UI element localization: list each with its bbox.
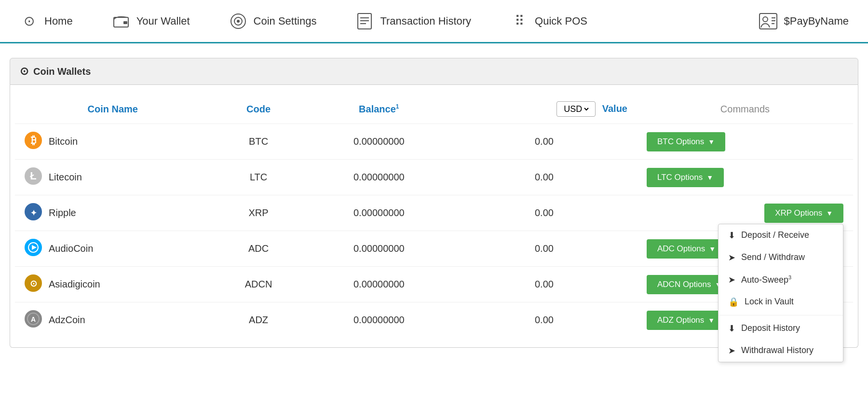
nav-home[interactable]: ⊙ Home	[19, 12, 73, 31]
table-row: ŁLitecoinLTC0.000000000.00LTC Options ▼	[15, 160, 853, 195]
coin-value-cell: 0.00	[451, 124, 637, 160]
withdrawal-history-icon: ➤	[728, 345, 735, 356]
dropdown-item-deposit-history[interactable]: ⬇Deposit History	[719, 317, 843, 340]
dropdown-item-send-withdraw[interactable]: ➤Send / Withdraw	[719, 246, 843, 269]
coin-name-label: AdzCoin	[49, 314, 85, 326]
col-coin-name: Coin Name	[15, 95, 210, 124]
coin-balance-cell: 0.00000000	[307, 160, 451, 195]
coin-name-cell: AAdzCoin	[15, 302, 210, 338]
ltc-options-button[interactable]: LTC Options ▼	[647, 168, 724, 187]
send-withdraw-icon: ➤	[728, 252, 735, 263]
svg-point-10	[763, 17, 768, 22]
nav-home-label: Home	[44, 15, 73, 27]
coin-name-label: Ripple	[49, 207, 76, 219]
nav-transaction-history-label: Transaction History	[380, 15, 471, 27]
coin-balance-cell: 0.00000000	[307, 267, 451, 302]
coin-value-cell: 0.00	[451, 195, 637, 231]
coin-value-cell: 0.00	[451, 267, 637, 302]
coin-code-cell: ADC	[210, 231, 306, 267]
coin-name-cell: ⊙Asiadigicoin	[15, 267, 210, 302]
auto-sweep-icon: ➤	[728, 274, 735, 285]
coin-commands-cell: BTC Options ▼	[637, 124, 853, 160]
col-code: Code	[210, 95, 306, 124]
coin-value-cell: 0.00	[451, 231, 637, 267]
currency-selector[interactable]: USD EUR BTC	[556, 101, 596, 117]
home-icon: ⊙	[19, 12, 39, 31]
coin-wallets-icon: ⊙	[20, 65, 28, 78]
nav-quick-pos[interactable]: ⠿ Quick POS	[510, 12, 587, 31]
coin-name-cell: ✦Ripple	[15, 195, 210, 231]
nav-pay-by-name[interactable]: $PayByName	[759, 12, 849, 31]
adc-options-button[interactable]: ADC Options ▼	[647, 239, 726, 259]
coin-value-cell: 0.00	[451, 302, 637, 338]
coin-code-cell: LTC	[210, 160, 306, 195]
col-value: USD EUR BTC Value	[451, 95, 637, 124]
nav-your-wallet-label: Your Wallet	[136, 15, 190, 27]
nav-coin-settings-label: Coin Settings	[254, 15, 317, 27]
xrp-dropdown-menu: ⬇Deposit / Receive➤Send / Withdraw➤Auto-…	[718, 224, 843, 362]
dropdown-item-deposit-receive[interactable]: ⬇Deposit / Receive	[719, 224, 843, 246]
coin-wallets-body: Coin Name Code Balance1 USD EUR BT	[10, 85, 858, 348]
ltc-icon: Ł	[25, 167, 42, 187]
main-content: ⊙ Coin Wallets Coin Name Code Balance1	[0, 43, 868, 362]
coin-commands-cell: LTC Options ▼	[637, 160, 853, 195]
svg-text:₿: ₿	[31, 134, 36, 146]
coin-commands-cell: XRP Options ▼⬇Deposit / Receive➤Send / W…	[637, 195, 853, 231]
col-balance: Balance1	[307, 95, 451, 124]
svg-text:A: A	[31, 315, 36, 323]
wallet-icon	[111, 12, 131, 31]
dropdown-divider	[719, 315, 843, 315]
dropdown-item-auto-sweep[interactable]: ➤Auto-Sweep3	[719, 269, 843, 291]
nav-coin-settings[interactable]: Coin Settings	[229, 12, 317, 31]
adcn-icon: ⊙	[25, 274, 42, 294]
svg-rect-1	[123, 21, 127, 24]
svg-text:Ł: Ł	[30, 170, 36, 182]
btc-icon: ₿	[25, 132, 42, 151]
wallet-table: Coin Name Code Balance1 USD EUR BT	[15, 95, 853, 338]
coin-settings-icon	[229, 12, 248, 31]
adz-icon: A	[25, 310, 42, 330]
coin-name-label: Asiadigicoin	[49, 279, 100, 290]
coin-name-cell: ŁLitecoin	[15, 160, 210, 195]
svg-point-4	[237, 20, 240, 23]
deposit-receive-icon: ⬇	[728, 230, 735, 241]
coin-balance-cell: 0.00000000	[307, 124, 451, 160]
coin-wallets-title: Coin Wallets	[33, 66, 91, 77]
nav-quick-pos-label: Quick POS	[535, 15, 587, 27]
adz-options-button[interactable]: ADZ Options ▼	[647, 311, 725, 330]
nav-transaction-history[interactable]: Transaction History	[355, 12, 471, 31]
xrp-icon: ✦	[25, 203, 42, 223]
table-row: ✦RippleXRP0.000000000.00XRP Options ▼⬇De…	[15, 195, 853, 231]
coin-name-label: Litecoin	[49, 172, 82, 183]
dropdown-item-withdrawal-history[interactable]: ➤Withdrawal History	[719, 340, 843, 362]
coin-code-cell: ADCN	[210, 267, 306, 302]
coin-code-cell: BTC	[210, 124, 306, 160]
nav-pay-by-name-label: $PayByName	[784, 15, 849, 27]
coin-code-cell: ADZ	[210, 302, 306, 338]
coin-balance-cell: 0.00000000	[307, 195, 451, 231]
col-commands: Commands	[637, 95, 853, 124]
btc-options-button[interactable]: BTC Options ▼	[647, 132, 725, 151]
xrp-options-button[interactable]: XRP Options ▼	[764, 204, 843, 223]
pay-by-name-icon	[759, 12, 778, 31]
dropdown-item-lock-in-vault[interactable]: 🔒Lock in Vault	[719, 291, 843, 313]
coin-balance-cell: 0.00000000	[307, 231, 451, 267]
lock-in-vault-icon: 🔒	[728, 297, 739, 307]
coin-name-cell: ₿Bitcoin	[15, 124, 210, 160]
coin-name-label: Bitcoin	[49, 136, 78, 147]
adc-icon	[25, 239, 42, 259]
coin-balance-cell: 0.00000000	[307, 302, 451, 338]
table-row: ₿BitcoinBTC0.000000000.00BTC Options ▼	[15, 124, 853, 160]
coin-wallets-header: ⊙ Coin Wallets	[10, 58, 858, 85]
xrp-options-container: XRP Options ▼⬇Deposit / Receive➤Send / W…	[764, 204, 843, 223]
top-navigation: ⊙ Home Your Wallet Coin Settings	[0, 0, 868, 43]
transaction-history-icon	[355, 12, 374, 31]
quick-pos-icon: ⠿	[510, 12, 529, 31]
nav-your-wallet[interactable]: Your Wallet	[111, 12, 190, 31]
deposit-history-icon: ⬇	[728, 323, 735, 334]
coin-name-label: AudioCoin	[49, 243, 93, 254]
svg-text:⊙: ⊙	[30, 279, 37, 288]
svg-text:✦: ✦	[30, 209, 37, 217]
coin-code-cell: XRP	[210, 195, 306, 231]
currency-select[interactable]: USD EUR BTC	[562, 104, 590, 114]
